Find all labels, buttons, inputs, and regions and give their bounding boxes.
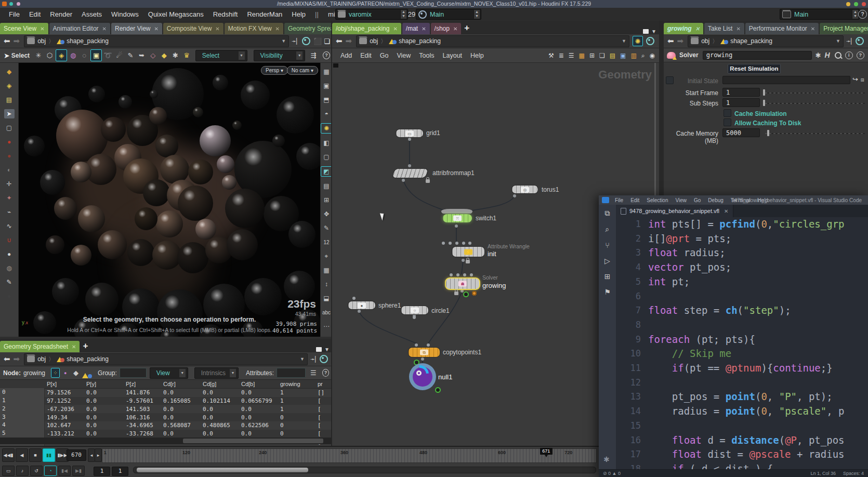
code-line[interactable]: 6 [616, 289, 868, 304]
allow-caching-checkbox[interactable] [724, 118, 731, 126]
code-line[interactable]: 16 float d = distance(@P, pt_pos [616, 433, 868, 448]
asset-box-icon[interactable]: ▥ [630, 52, 636, 59]
attributes-input[interactable] [277, 368, 306, 378]
realtime-toggle-icon[interactable]: ◔ [44, 466, 57, 476]
node-attribfrommap1[interactable] [392, 169, 428, 178]
paint-tool-icon[interactable]: ● [4, 137, 15, 147]
tab-close-icon[interactable]: ✕ [453, 26, 457, 32]
quad-view-icon[interactable]: ▦ [321, 266, 332, 275]
step-forward-icon[interactable]: ▶▮ [72, 466, 85, 476]
frame-step-forward-button[interactable]: ▸ [95, 448, 102, 462]
visualize-icon[interactable]: ◉ [650, 52, 655, 59]
network-forward-icon[interactable]: ➡ [346, 36, 352, 46]
network-back-icon[interactable]: ⬅ [336, 36, 343, 46]
menu-help[interactable]: Help [466, 52, 488, 59]
pin-pane-icon[interactable]: ➛▏ [292, 38, 299, 44]
view-snapshot-icon[interactable]: ❏ [324, 37, 330, 45]
vscode-editor-tab[interactable]: 9478_growing_behavior_snippet.vfl ✕ [616, 205, 733, 217]
tab-close-icon[interactable]: ✕ [215, 26, 219, 32]
node-init[interactable]: ⚡ [452, 247, 484, 257]
new-tab-button[interactable]: + [464, 23, 469, 33]
crown-select-icon[interactable]: ♛ [181, 50, 192, 61]
column-header[interactable]: Cd[g] [201, 381, 239, 387]
toolbar-help-icon[interactable]: ? [323, 51, 330, 59]
shaded-mode-icon[interactable]: ◩ [321, 166, 332, 177]
param-help-icon[interactable]: ? [857, 51, 864, 59]
curve-tool-icon[interactable]: ∿ [4, 221, 15, 231]
indentation-indicator[interactable]: Spaces: 4 [843, 471, 864, 476]
node-growing[interactable]: ☗ [446, 279, 479, 289]
start-frame-field[interactable]: 1 [722, 88, 760, 97]
shelf-set-spinner[interactable]: ▲▼ [852, 10, 858, 19]
code-line[interactable]: 9foreach (pt; pts){ [616, 333, 868, 347]
forward-arrow-icon[interactable]: ➡ [14, 36, 20, 46]
pane-menu-icon[interactable]: ▼ [324, 347, 330, 352]
search-icon[interactable]: ⌕ [606, 225, 610, 234]
pause-button[interactable]: ▮▮ [43, 448, 55, 462]
undo-playback-icon[interactable]: ↺ [30, 466, 43, 476]
gsheet-back-icon[interactable]: ⬅ [4, 354, 10, 364]
tab-close-icon[interactable]: ✕ [422, 26, 426, 32]
param-pin-icon[interactable]: ➛▏ [846, 38, 853, 44]
lantern-link-icon[interactable]: ✺ [633, 36, 643, 46]
node-copytopoints1[interactable]: ⧉ [409, 348, 440, 357]
box-pick-icon[interactable]: ▣ [90, 49, 102, 61]
gsheet-follow-icon[interactable] [320, 355, 328, 363]
node-torus1[interactable]: ◎ [512, 186, 538, 193]
cursor-position-indicator[interactable]: Ln 1, Col 36 [810, 471, 836, 476]
tab-close-icon[interactable]: ✕ [40, 26, 44, 32]
reset-simulation-button[interactable]: Reset Simulation [728, 64, 781, 74]
table-row[interactable]: 2-67.20360.0141.5030.00.00.01[ [0, 405, 332, 413]
code-line[interactable]: 7float step = ch("step"); [616, 303, 868, 318]
gsheet-breadcrumb[interactable]: obj 〉 shape_packing ▼ [24, 353, 308, 365]
range-start-field[interactable]: 1 [94, 467, 110, 476]
menu-selection[interactable]: Selection [647, 197, 668, 203]
points-mode-icon[interactable]: ✳ [33, 50, 44, 61]
prims-mode-icon[interactable]: ⬡ [45, 50, 55, 61]
tab--obj-shape-packing[interactable]: /obj/shape_packing✕ [332, 23, 401, 34]
frame-step-back-button[interactable]: ◂ [88, 448, 95, 462]
tab--mat[interactable]: /mat✕ [402, 23, 430, 34]
node-switch1[interactable]: ⁙ [443, 214, 472, 222]
dome-light-icon[interactable]: ◓ [321, 109, 332, 118]
sticky-note-icon[interactable]: ▤ [610, 52, 615, 59]
magnet-tool-icon[interactable]: ∪ [4, 235, 15, 245]
tab-close-icon[interactable]: ✕ [393, 26, 397, 32]
sub-steps-slider-handle[interactable] [763, 100, 765, 106]
menu-go[interactable]: Go [694, 197, 701, 203]
playback-range-handle[interactable] [137, 468, 308, 472]
vscode-editor[interactable]: 1int pts[] = pcfind(0,"circles_grp2i[]@p… [616, 217, 868, 477]
menu-edit[interactable]: Edit [630, 197, 639, 203]
camera-lock-icon[interactable]: ▣ [321, 81, 332, 90]
scene-breadcrumb[interactable]: obj 〉 shape_packing ▼ [24, 35, 289, 47]
menu-layout[interactable]: Layout [439, 52, 467, 59]
start-frame-slider-handle[interactable] [763, 89, 765, 96]
select-arrow-icon[interactable]: ➤ [4, 109, 15, 118]
gear-icon[interactable]: ✱ [816, 51, 821, 59]
node-sphere1[interactable]: ● [348, 301, 375, 309]
window-minimize-icon[interactable] [846, 2, 850, 6]
tab-geometry-spreadsheet[interactable]: Geometry Spreadsheet✕ [0, 341, 80, 352]
shelf-set-selector[interactable]: Main ▲▼ [780, 9, 860, 20]
mirror-view-icon[interactable]: ◧ [321, 138, 332, 148]
prims-table-icon[interactable]: ◆ [71, 367, 81, 378]
stop-button[interactable]: ■ [29, 448, 42, 462]
tab-close-icon[interactable]: ✕ [811, 26, 815, 32]
pane-maximize-icon[interactable] [643, 29, 649, 34]
detail-table-icon[interactable] [82, 367, 91, 378]
grid-display-icon[interactable]: ⊞ [321, 195, 332, 205]
persp-view-pill[interactable]: Persp ▾ [261, 66, 288, 75]
window-maximize-icon[interactable] [854, 2, 858, 6]
node-name-field[interactable]: growing [703, 51, 812, 60]
gsheet-forward-icon[interactable]: ➡ [14, 354, 20, 364]
initial-state-field[interactable] [722, 76, 850, 84]
param-follow-icon[interactable] [856, 37, 864, 45]
tab-scene-view[interactable]: Scene View✕ [0, 23, 48, 34]
tab-close-icon[interactable]: ✕ [695, 26, 700, 32]
geometry-select-mode-icon[interactable]: ◈ [56, 49, 67, 61]
gem-alt-tool-icon[interactable]: ◈ [4, 81, 15, 90]
camera-icon[interactable]: ▢ [321, 152, 332, 162]
menu-file[interactable]: File [4, 8, 24, 21]
brush-pick-icon[interactable]: ☄ [114, 50, 124, 61]
gsheet-pin-icon[interactable]: ➛▏ [310, 356, 318, 362]
